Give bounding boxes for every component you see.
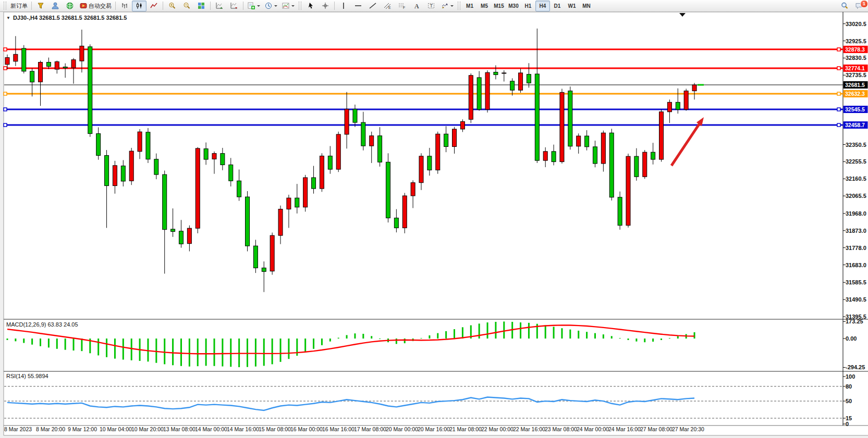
timeframe-w1-button[interactable]: W1 bbox=[565, 1, 579, 11]
svg-text:E: E bbox=[388, 6, 391, 9]
zoom-out-icon bbox=[182, 2, 191, 10]
timeframe-h1-button[interactable]: H1 bbox=[521, 1, 535, 11]
line-chart-button[interactable] bbox=[146, 1, 161, 11]
funnel-icon bbox=[36, 2, 45, 10]
fibonacci-button[interactable]: F bbox=[395, 1, 409, 11]
rsi-label: RSI(14) 55.9894 bbox=[6, 373, 48, 379]
text-label-button[interactable]: T bbox=[424, 1, 438, 11]
candle bbox=[485, 70, 490, 112]
template-icon bbox=[282, 2, 290, 10]
price-tick: 31683.0 bbox=[846, 262, 866, 268]
price-label: 32545.5 bbox=[843, 106, 868, 113]
indicators-button[interactable] bbox=[245, 1, 262, 11]
price-tick: 32160.5 bbox=[846, 176, 866, 182]
price-tick: 32830.5 bbox=[846, 55, 866, 61]
tile-windows-button[interactable] bbox=[194, 1, 209, 11]
new-order-button[interactable]: 新订单 bbox=[8, 1, 30, 11]
auto-scroll-button[interactable] bbox=[212, 1, 227, 11]
price-chart[interactable]: 33020.532925.532830.532735.532350.532255… bbox=[0, 12, 868, 438]
candle bbox=[436, 132, 440, 174]
line-handle[interactable] bbox=[4, 108, 7, 111]
rsi-tick: 50 bbox=[846, 398, 852, 404]
line-handle[interactable] bbox=[837, 92, 840, 95]
svg-text:32458.7: 32458.7 bbox=[845, 122, 865, 128]
price-tick: 31490.5 bbox=[846, 296, 866, 303]
svg-text:32878.3: 32878.3 bbox=[845, 46, 865, 53]
crosshair-button[interactable] bbox=[318, 1, 333, 11]
candle bbox=[626, 154, 630, 228]
timeframe-m30-button[interactable]: M30 bbox=[506, 1, 521, 11]
search-button[interactable] bbox=[837, 1, 852, 11]
arrows-button[interactable] bbox=[438, 1, 456, 11]
trendline-button[interactable] bbox=[365, 1, 380, 11]
globe-icon bbox=[66, 2, 74, 10]
candle bbox=[469, 73, 473, 123]
channel-button[interactable]: E bbox=[380, 1, 395, 11]
community-button[interactable] bbox=[63, 1, 77, 11]
timeframe-m5-button[interactable]: M5 bbox=[477, 1, 492, 11]
timeframe-h4-button[interactable]: H4 bbox=[535, 1, 550, 11]
zoom-out-button[interactable] bbox=[179, 1, 194, 11]
price-tick: 31585.5 bbox=[846, 279, 866, 285]
svg-text:32681.5: 32681.5 bbox=[845, 82, 865, 88]
price-label: 32458.7 bbox=[843, 121, 868, 129]
text-icon: A bbox=[412, 2, 421, 10]
line-handle[interactable] bbox=[837, 108, 840, 111]
timeframe-m30-button-label: M30 bbox=[508, 3, 518, 9]
line-handle[interactable] bbox=[4, 92, 7, 95]
notifications-button[interactable]: 1 bbox=[852, 1, 866, 11]
fibo-icon: F bbox=[398, 2, 406, 10]
candle bbox=[402, 193, 407, 233]
line-handle[interactable] bbox=[4, 123, 7, 127]
time-label: 22 Mar 00:00 bbox=[481, 426, 514, 432]
candle bbox=[643, 150, 647, 179]
line-handle[interactable] bbox=[4, 67, 7, 70]
time-label: 8 Mar 2023 bbox=[4, 426, 32, 432]
timeframe-m15-button[interactable]: M15 bbox=[492, 1, 506, 11]
line-handle[interactable] bbox=[837, 67, 840, 70]
chart-title-text: DJ30-,H4 32681.5 32681.5 32681.5 32681.5 bbox=[13, 15, 127, 21]
line-handle[interactable] bbox=[837, 48, 840, 51]
timeframe-m1-button[interactable]: M1 bbox=[462, 1, 477, 11]
bar-chart-button[interactable] bbox=[117, 1, 132, 11]
user-icon bbox=[51, 2, 59, 10]
timeframe-mn-button[interactable]: MN bbox=[579, 1, 594, 11]
timeframe-d1-button-label: D1 bbox=[554, 3, 561, 9]
svg-text:F: F bbox=[403, 6, 405, 9]
candle bbox=[129, 148, 133, 185]
horizontal-line-button[interactable] bbox=[351, 1, 365, 11]
cursor-button[interactable] bbox=[303, 1, 318, 11]
autotrading-button[interactable]: 自动交易 bbox=[77, 1, 114, 11]
toolbar-separator bbox=[115, 2, 116, 10]
time-label: 27 Mar 20:30 bbox=[672, 426, 704, 432]
candle-chart-button[interactable] bbox=[132, 1, 146, 11]
chart-shift-button[interactable] bbox=[227, 1, 241, 11]
profile-button[interactable] bbox=[48, 1, 63, 11]
timeframe-h1-button-label: H1 bbox=[525, 3, 532, 9]
text-button[interactable]: A bbox=[409, 1, 424, 11]
vertical-line-button[interactable] bbox=[336, 1, 351, 11]
price-label: 32774.1 bbox=[843, 65, 868, 72]
time-label: 22 Mar 16:00 bbox=[513, 426, 545, 432]
funnel-button[interactable] bbox=[33, 1, 48, 11]
candle bbox=[88, 44, 92, 137]
candle bbox=[146, 128, 150, 163]
trendline-icon bbox=[369, 2, 377, 10]
templates-button[interactable] bbox=[279, 1, 297, 11]
cursor-icon bbox=[307, 2, 315, 10]
hline-icon bbox=[354, 2, 362, 10]
notification-badge: 1 bbox=[860, 0, 868, 8]
line-handle[interactable] bbox=[4, 48, 7, 51]
zoom-in-button[interactable] bbox=[165, 1, 179, 11]
chart-menu-icon[interactable]: ▼ bbox=[6, 16, 10, 20]
autotrading-button-label: 自动交易 bbox=[89, 2, 112, 10]
macd-tick: -294.25 bbox=[846, 364, 865, 370]
line-handle[interactable] bbox=[837, 123, 840, 127]
timeframe-d1-button[interactable]: D1 bbox=[550, 1, 565, 11]
time-label: 23 Mar 08:00 bbox=[545, 426, 577, 432]
price-tick: 31778.0 bbox=[846, 245, 866, 251]
periods-button[interactable] bbox=[262, 1, 279, 11]
candle-chart-icon bbox=[135, 2, 143, 10]
timeframe-mn-button-label: MN bbox=[582, 3, 591, 9]
toolbar-separator bbox=[243, 2, 243, 10]
